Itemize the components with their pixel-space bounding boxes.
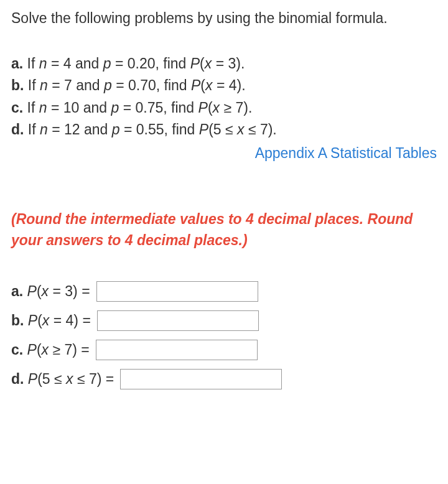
answer-label-b: b. P(x = 4) = [11, 312, 91, 329]
answer-row-b: b. P(x = 4) = [11, 310, 437, 331]
rounding-instructions: (Round the intermediate values to 4 deci… [11, 208, 437, 251]
answer-input-a[interactable] [96, 281, 258, 302]
answer-label-a: a. P(x = 3) = [11, 283, 90, 300]
intro-text: Solve the following problems by using th… [11, 7, 437, 29]
answer-input-c[interactable] [96, 340, 258, 360]
answer-row-c: c. P(x ≥ 7) = [11, 340, 437, 360]
answer-input-d[interactable] [120, 369, 282, 389]
problem-d: d. If n = 12 and p = 0.55, find P(5 ≤ x … [11, 119, 437, 141]
answer-label-c: c. P(x ≥ 7) = [11, 342, 90, 358]
answer-row-a: a. P(x = 3) = [11, 281, 437, 302]
answer-label-d: d. P(5 ≤ x ≤ 7) = [11, 371, 114, 388]
problems-list: a. If n = 4 and p = 0.20, find P(x = 3).… [11, 53, 437, 165]
answer-row-d: d. P(5 ≤ x ≤ 7) = [11, 369, 437, 389]
appendix-link-wrapper: Appendix A Statistical Tables [11, 142, 437, 165]
problem-a: a. If n = 4 and p = 0.20, find P(x = 3). [11, 53, 437, 75]
appendix-link[interactable]: Appendix A Statistical Tables [255, 145, 437, 161]
problem-c: c. If n = 10 and p = 0.75, find P(x ≥ 7)… [11, 97, 437, 119]
problem-b: b. If n = 7 and p = 0.70, find P(x = 4). [11, 75, 437, 97]
answer-input-b[interactable] [97, 310, 259, 331]
answers-section: a. P(x = 3) = b. P(x = 4) = c. P(x ≥ 7) … [11, 281, 437, 389]
